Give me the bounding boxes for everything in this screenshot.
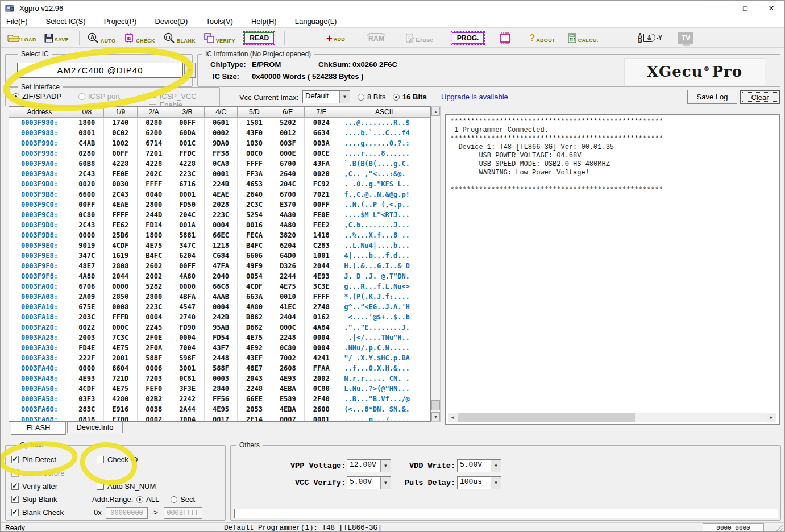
hex-cell[interactable]: 4547 (171, 302, 205, 312)
hex-cell[interactable]: 5254 (238, 210, 271, 220)
hex-column-header[interactable]: 6/E (271, 107, 305, 118)
hex-cell[interactable]: 244D (138, 210, 171, 220)
vcc-verify-combo[interactable]: 5.00V ▼ (347, 476, 391, 489)
hex-cell[interactable]: B882 (238, 312, 271, 322)
hex-cell[interactable]: 001C (171, 138, 205, 148)
hex-cell[interactable]: 283C (70, 404, 104, 414)
hex-cell[interactable]: 2003 (70, 332, 104, 343)
hex-cell[interactable]: 4653 (238, 179, 271, 189)
verify-button[interactable]: VERIFY (201, 31, 238, 45)
hex-cell[interactable]: 7C3C (104, 332, 138, 343)
hex-cell[interactable]: 2C3C (238, 200, 271, 210)
menu-item[interactable]: Select IC(S) (40, 16, 92, 27)
hex-cell[interactable]: C283 (305, 240, 338, 251)
hex-cell[interactable]: FD4E (70, 343, 104, 353)
hex-cell[interactable]: 0001 (305, 414, 338, 422)
hex-cell[interactable]: 2640 (238, 189, 271, 200)
hex-row[interactable]: 0003F9B0:00200030FFFF6716224B4653204CFC9… (9, 179, 430, 189)
hex-cell[interactable]: 0016 (238, 220, 271, 230)
hex-cell[interactable]: 0601 (205, 118, 238, 128)
hex-cell[interactable]: 2044 (305, 261, 338, 271)
hex-cell[interactable]: 6634 (305, 128, 338, 138)
hex-cell[interactable]: 2242 (171, 394, 205, 404)
hex-cell[interactable]: 0004 (171, 332, 205, 343)
hex-cell[interactable]: 2C43 (104, 189, 138, 200)
hex-cell[interactable]: 2C43 (70, 220, 104, 230)
hex-cell[interactable]: 5282 (138, 281, 171, 292)
load-button[interactable]: LOAD (5, 32, 39, 44)
hex-cell[interactable]: 7002 (271, 353, 305, 363)
resize-grip[interactable] (776, 524, 783, 531)
hex-cell[interactable]: FD14 (138, 220, 171, 230)
hex-cell[interactable]: 2404 (271, 312, 305, 322)
hex-cell[interactable]: 2248 (238, 384, 271, 394)
hex-cell[interactable]: 2F40 (305, 394, 338, 404)
hex-cell[interactable]: B4FC (138, 251, 171, 261)
hex-cell[interactable]: 4E93 (305, 271, 338, 281)
hex-cell[interactable]: 6606 (238, 251, 271, 261)
hex-cell[interactable]: 1002 (104, 138, 138, 148)
hex-row[interactable]: 0003FA48:4E93721D72030C81000320434E93200… (9, 373, 430, 384)
hex-cell[interactable]: 00CE (305, 148, 338, 159)
hex-row[interactable]: 0003FA58:03F3428002B22242FF5666EEE5892F4… (9, 394, 430, 404)
hex-cell[interactable]: FEF0 (138, 384, 171, 394)
addr-sect-radio[interactable]: Sect (171, 495, 195, 504)
hex-cell[interactable]: 0006 (138, 363, 171, 373)
hex-cell[interactable]: 0002 (205, 128, 238, 138)
hex-cell[interactable]: 2028 (205, 200, 238, 210)
hex-cell[interactable]: 2A09 (70, 292, 104, 302)
hex-cell[interactable]: FF38 (205, 148, 238, 159)
hex-cell[interactable]: E370 (271, 200, 305, 210)
hex-column-header[interactable]: 5/D (238, 107, 271, 118)
hex-row[interactable]: 0003FA10:675E0008223C454700044A8041EC274… (9, 302, 430, 312)
save-log-button[interactable]: Save Log (687, 90, 737, 104)
auto-button[interactable]: A AUTO (85, 31, 118, 45)
hex-cell[interactable]: 224B (205, 179, 238, 189)
close-button[interactable]: ✕ (758, 1, 784, 15)
hex-cell[interactable]: 4EBA (271, 404, 305, 414)
hex-row[interactable]: 0003F9B8:66002C43004000014EAE26406700702… (9, 189, 430, 200)
hex-cell[interactable]: FFAA (305, 363, 338, 373)
hex-cell[interactable]: FFFB (104, 312, 138, 322)
clear-button[interactable]: Clear (740, 90, 780, 104)
hex-row[interactable]: 0003F9A8:2C43FE0E202C223C0001FF3A2640002… (9, 169, 430, 179)
hex-cell[interactable]: 003F (271, 138, 305, 148)
hex-cell[interactable]: 588F (205, 363, 238, 373)
erase-before-checkbox[interactable]: Erase before (11, 469, 64, 477)
hex-cell[interactable]: 00FF (305, 200, 338, 210)
hex-cell[interactable]: 2800 (138, 200, 171, 210)
hex-cell[interactable]: 1740 (104, 118, 138, 128)
hex-cell[interactable]: 0801 (70, 128, 104, 138)
hex-row[interactable]: 0003FA60:283CE91600382A444E9520534EBA260… (9, 404, 430, 414)
hex-cell[interactable]: 4228 (104, 159, 138, 169)
hex-cell[interactable]: 4A80 (271, 220, 305, 230)
hex-cell[interactable]: 6700 (271, 189, 305, 200)
hex-cell[interactable]: 0C80 (305, 384, 338, 394)
hex-cell[interactable]: FE0E (104, 169, 138, 179)
hex-cell[interactable]: 00FF (70, 200, 104, 210)
hex-cell[interactable]: 2002 (305, 373, 338, 384)
hex-cell[interactable]: 2600 (305, 404, 338, 414)
hex-cell[interactable]: 2A44 (171, 404, 205, 414)
hex-cell[interactable]: 49F9 (238, 261, 271, 271)
ic-select-combobox[interactable]: AM27C400 @DIP40 (17, 63, 183, 78)
ram-button[interactable]: RAM (364, 32, 388, 44)
hex-row[interactable]: 0003F9D0:2C43FE62FD14001A000400164A80FEE… (9, 220, 430, 230)
hex-cell[interactable]: 4280 (104, 394, 138, 404)
hex-cell[interactable]: 2F0A (138, 343, 171, 353)
hex-row[interactable]: 0003F9C0:00FF4EAE2800FD5020282C3CE37000F… (9, 200, 430, 210)
hex-cell[interactable]: 2044 (104, 271, 138, 281)
range-to-field[interactable]: 0003FFFF (164, 507, 202, 519)
hex-cell[interactable]: FE62 (104, 220, 138, 230)
hex-cell[interactable]: 00FF (104, 148, 138, 159)
hex-cell[interactable]: FD54 (205, 332, 238, 343)
hex-cell[interactable]: 347C (70, 251, 104, 261)
vdd-write-combo[interactable]: 5.00V ▼ (457, 459, 501, 472)
hex-cell[interactable]: 95AB (205, 322, 238, 332)
hex-cell[interactable]: 2245 (138, 322, 171, 332)
scroll-down-button[interactable]: ▼ (431, 412, 440, 421)
menu-item[interactable]: Language(L) (289, 16, 343, 27)
dropdown-arrow-icon[interactable]: ▼ (491, 477, 501, 489)
vpp-voltage-combo[interactable]: 12.00V ▼ (347, 459, 391, 472)
hex-cell[interactable]: 2448 (205, 353, 238, 363)
